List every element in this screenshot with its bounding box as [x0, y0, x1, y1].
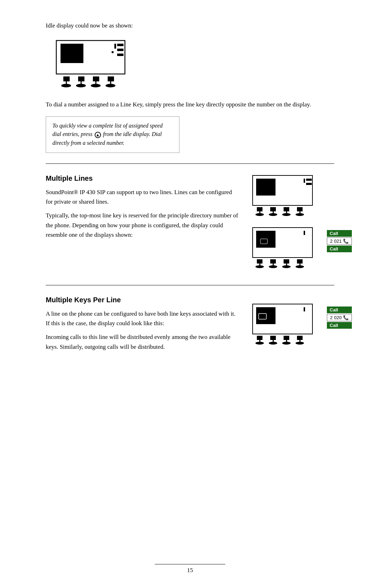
multiple-keys-title: Multiple Keys Per Line [46, 296, 239, 304]
svg-rect-43 [257, 259, 262, 264]
footer: 15 [0, 564, 380, 574]
svg-rect-2 [63, 47, 78, 58]
multiple-keys-para-2: Incoming calls to this line will be dist… [46, 332, 239, 351]
page-number: 15 [187, 567, 193, 574]
svg-rect-11 [78, 76, 84, 81]
svg-point-51 [282, 265, 291, 268]
svg-rect-5 [117, 49, 124, 51]
svg-rect-23 [304, 179, 305, 183]
idle-phone-diagram [53, 39, 334, 90]
multiple-lines-para-1: SoundPoint® IP 430 SIP can support up to… [46, 187, 239, 206]
multiple-lines-section: Multiple Lines SoundPoint® IP 430 SIP ca… [46, 174, 334, 272]
svg-rect-35 [297, 207, 303, 211]
svg-point-48 [269, 265, 277, 268]
intro-text: Idle display could now be as shown: [46, 21, 334, 30]
svg-rect-4 [117, 44, 124, 46]
call-label-bottom: Call [327, 246, 352, 252]
call-label-top-2: Call [327, 307, 352, 313]
svg-rect-14 [93, 76, 99, 81]
multiple-lines-title: Multiple Lines [46, 174, 239, 182]
section-divider-1 [46, 163, 334, 164]
svg-point-13 [76, 84, 86, 87]
svg-rect-41 [260, 239, 267, 244]
svg-point-10 [61, 84, 71, 87]
call-label-top: Call [327, 230, 352, 237]
nav-up-icon: ▲ [95, 132, 101, 138]
svg-rect-8 [63, 76, 70, 81]
svg-point-16 [91, 84, 101, 87]
svg-rect-52 [297, 259, 303, 264]
section-divider-2 [46, 285, 334, 285]
svg-point-67 [282, 342, 291, 345]
svg-rect-25 [306, 183, 312, 185]
svg-rect-22 [258, 181, 271, 190]
svg-rect-68 [297, 336, 303, 340]
svg-rect-62 [270, 336, 276, 340]
svg-point-7 [112, 51, 114, 53]
svg-rect-42 [304, 231, 305, 235]
svg-point-45 [255, 265, 264, 268]
footer-rule [155, 564, 225, 564]
svg-rect-24 [306, 179, 312, 181]
svg-point-70 [296, 342, 304, 345]
multiple-keys-para-1: A line on the phone can be configured to… [46, 309, 239, 328]
multiple-lines-para-2: Typically, the top-most line key is rese… [46, 211, 239, 240]
svg-rect-6 [117, 54, 124, 56]
svg-point-54 [296, 265, 304, 268]
svg-rect-3 [114, 44, 116, 49]
svg-rect-46 [270, 259, 276, 264]
svg-rect-58 [304, 307, 305, 311]
line2-label-2: 2 [330, 315, 332, 320]
svg-rect-49 [284, 259, 289, 264]
multiple-lines-diagrams: Call 2 021 📞 Call [250, 174, 334, 272]
tip-box: To quickly view a complete list of assig… [46, 116, 179, 153]
svg-point-34 [282, 213, 291, 216]
svg-rect-29 [270, 207, 276, 211]
call-label-bottom-2: Call [327, 322, 352, 329]
svg-point-28 [255, 213, 264, 216]
svg-point-31 [269, 213, 277, 216]
line2-label: 2 [330, 239, 332, 244]
number-020: 020 [334, 315, 342, 320]
svg-rect-26 [257, 207, 262, 211]
multiple-keys-section: Multiple Keys Per Line A line on the pho… [46, 296, 334, 356]
svg-point-37 [296, 213, 304, 216]
svg-rect-32 [284, 207, 289, 211]
svg-rect-57 [259, 314, 266, 319]
multiple-keys-diagrams: Call 2 020 📞 Call [250, 296, 334, 349]
svg-point-64 [269, 342, 277, 345]
svg-point-19 [106, 84, 115, 87]
svg-point-61 [255, 342, 264, 345]
svg-rect-17 [108, 76, 114, 81]
svg-rect-59 [257, 336, 262, 340]
dial-instruction: To dial a number assigned to a Line Key,… [46, 100, 334, 109]
number-021: 021 [334, 239, 342, 244]
svg-rect-65 [284, 336, 289, 340]
